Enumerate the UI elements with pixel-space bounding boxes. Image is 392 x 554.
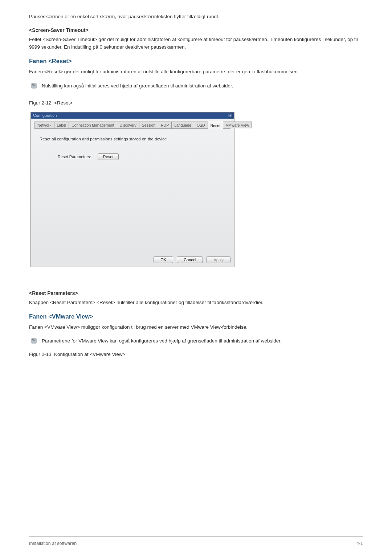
paragraph-vmware-view: Fanen <VMware View> muliggør konfigurati… <box>29 324 363 331</box>
footer-left: Installation af softwaren <box>29 541 77 546</box>
paragraph-screensaver-intro: Pauseskærmen er en enkel sort skærm, hvo… <box>29 13 363 21</box>
pencil-icon <box>31 338 37 344</box>
paragraph-reset-parameters: Knappen <Reset Parameters> <Reset> nulst… <box>29 299 363 307</box>
note-row-reset: Nulstilling kan også initialiseres ved h… <box>29 82 363 90</box>
configuration-dialog: Configuration × Network Label Connection… <box>30 112 234 267</box>
dialog-footer: OK Cancel Apply <box>31 254 234 267</box>
dialog-titlebar: Configuration × <box>31 112 234 119</box>
cancel-button[interactable]: Cancel <box>177 257 203 263</box>
tab-label[interactable]: Label <box>54 122 69 128</box>
tab-osd[interactable]: OSD <box>194 122 208 128</box>
apply-button[interactable]: Apply <box>207 257 230 263</box>
pencil-icon <box>31 83 37 89</box>
note-text-vmware: Parametrene for VMware View kan også kon… <box>42 337 282 345</box>
tab-rdp[interactable]: RDP <box>158 122 171 128</box>
figure-caption-reset: Figur 2-12: <Reset> <box>29 100 363 106</box>
tab-connection-management[interactable]: Connection Management <box>69 122 117 128</box>
note-text-reset: Nulstilling kan også initialiseres ved h… <box>42 82 233 90</box>
dialog-title: Configuration <box>33 113 57 118</box>
footer-right: 4-1 <box>356 541 363 546</box>
heading-vmware-view-tab: Fanen <VMware View> <box>29 313 363 320</box>
tab-vmware-view[interactable]: VMware View <box>223 122 252 128</box>
tab-network[interactable]: Network <box>34 122 54 128</box>
tab-strip: Network Label Connection Management Disc… <box>34 122 230 129</box>
tab-reset[interactable]: Reset <box>208 122 223 129</box>
paragraph-reset-tab: Fanen <Reset> gør det muligt for adminis… <box>29 68 363 76</box>
reset-instruction: Reset all configuration and permissions … <box>40 137 225 141</box>
reset-row: Reset Parameters: Reset <box>58 153 225 160</box>
note-row-vmware: Parametrene for VMware View kan også kon… <box>29 337 363 345</box>
reset-button[interactable]: Reset <box>98 153 119 160</box>
reset-parameters-label: Reset Parameters: <box>58 155 91 159</box>
heading-reset-tab: Fanen <Reset> <box>29 58 363 65</box>
heading-screensaver-timeout: <Screen-Saver Timeout> <box>29 27 363 33</box>
dialog-body: Network Label Connection Management Disc… <box>31 119 234 254</box>
page-footer: Installation af softwaren 4-1 <box>29 536 363 546</box>
heading-reset-parameters: <Reset Parameters> <box>29 290 363 296</box>
tab-session[interactable]: Session <box>139 122 158 128</box>
tab-discovery[interactable]: Discovery <box>117 122 139 128</box>
tab-content-reset: Reset all configuration and permissions … <box>34 129 230 234</box>
ok-button[interactable]: OK <box>154 257 173 263</box>
close-icon[interactable]: × <box>228 113 233 118</box>
tab-language[interactable]: Language <box>171 122 194 128</box>
figure-caption-vmware: Figur 2-13: Konfiguration af <VMware Vie… <box>29 352 363 357</box>
paragraph-screensaver-timeout: Feltet <Screen-Saver Timeout> gør det mu… <box>29 36 363 51</box>
